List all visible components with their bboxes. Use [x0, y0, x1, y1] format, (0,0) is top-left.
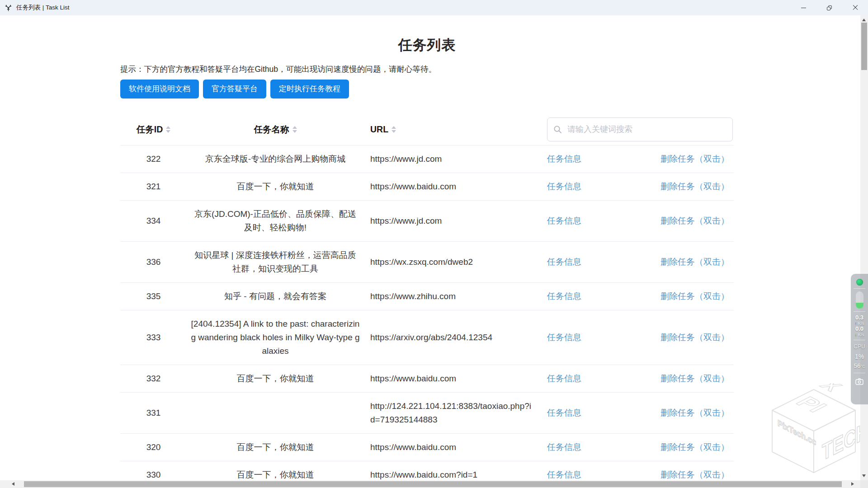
delete-task-link[interactable]: 删除任务（双击）: [660, 333, 729, 342]
task-info-link[interactable]: 任务信息: [547, 257, 581, 267]
task-info-link[interactable]: 任务信息: [547, 291, 581, 301]
tip-text: 提示：下方的官方教程和答疑平台均在Github，可能出现访问速度慢的问题，请耐心…: [120, 64, 734, 74]
app-window: 任务列表 | Task List 任务列表 提示：下方的官方教程和答疑平台均在G…: [0, 0, 868, 488]
sort-icon[interactable]: [292, 126, 297, 133]
table-row: 334 京东(JD.COM)-正品低价、品质保障、配送及时、轻松购物! http…: [120, 200, 734, 241]
delete-task-link[interactable]: 删除任务（双击）: [660, 216, 729, 225]
task-id: 336: [120, 249, 187, 276]
header-task-id[interactable]: 任务ID: [120, 123, 187, 136]
table-row: 321 百度一下，你就知道 https://www.baidu.com 任务信息…: [120, 173, 734, 200]
task-name: [187, 406, 364, 420]
delete-task-link[interactable]: 删除任务（双击）: [660, 374, 729, 383]
main-content: 任务列表 提示：下方的官方教程和答疑平台均在Github，可能出现访问速度慢的问…: [0, 15, 860, 480]
task-info-link[interactable]: 任务信息: [547, 333, 581, 342]
green-status-dot-icon: [856, 279, 863, 286]
close-button[interactable]: [842, 0, 868, 15]
upload-speed-value: 0.3: [855, 314, 863, 321]
window-title: 任务列表 | Task List: [16, 4, 70, 12]
minimize-icon: [801, 8, 806, 8]
sort-icon[interactable]: [392, 126, 396, 133]
table-row: 333 [2404.12354] A link to the past: cha…: [120, 310, 734, 365]
delete-task-link[interactable]: 删除任务（双击）: [660, 257, 729, 267]
maximize-button[interactable]: [816, 0, 842, 15]
delete-task-link[interactable]: 删除任务（双击）: [660, 154, 729, 164]
cpu-temp-unit: °C: [860, 364, 865, 369]
task-name: 京东全球版-专业的综合网上购物商城: [187, 145, 364, 173]
table-row: 331 http://124.221.104.121:8383/taoxiao.…: [120, 392, 734, 433]
task-id: 330: [120, 461, 187, 480]
header-task-name[interactable]: 任务名称: [187, 123, 364, 136]
download-speed-value: 0.0: [855, 326, 863, 332]
delete-task-link[interactable]: 删除任务（双击）: [660, 442, 729, 452]
task-id: 333: [120, 324, 187, 351]
task-info-link[interactable]: 任务信息: [547, 470, 581, 479]
header-url[interactable]: URL: [364, 124, 540, 135]
vertical-scroll-thumb[interactable]: [861, 23, 867, 70]
task-id: 335: [120, 283, 187, 310]
cpu-label: CPU: [854, 343, 865, 350]
task-name: 知识星球 | 深度连接铁杆粉丝，运营高品质社群，知识变现的工具: [187, 242, 364, 282]
scroll-up-icon[interactable]: [862, 19, 866, 21]
task-info-link[interactable]: 任务信息: [547, 408, 581, 418]
task-info-link[interactable]: 任务信息: [547, 216, 581, 225]
memory-gauge-icon: [856, 291, 863, 309]
horizontal-scroll-thumb[interactable]: [24, 481, 842, 487]
manual-doc-button[interactable]: 软件使用说明文档: [120, 80, 199, 99]
task-id: 331: [120, 399, 187, 427]
sort-icon[interactable]: [166, 126, 170, 133]
cpu-usage-value: 1%: [855, 352, 864, 361]
download-unit: K/s: [858, 332, 864, 337]
scrollbar-corner: [860, 480, 868, 488]
task-id: 321: [120, 173, 187, 200]
search-input[interactable]: [547, 117, 733, 141]
close-icon: [853, 5, 858, 10]
task-name: 百度一下，你就知道: [187, 365, 364, 392]
official-qa-button[interactable]: 官方答疑平台: [203, 80, 266, 99]
vertical-scrollbar[interactable]: [860, 15, 868, 480]
task-info-link[interactable]: 任务信息: [547, 154, 581, 164]
screenshot-camera-icon[interactable]: [855, 378, 863, 385]
page-title: 任务列表: [120, 38, 734, 53]
task-info-link[interactable]: 任务信息: [547, 442, 581, 452]
table-row: 335 知乎 - 有问题，就会有答案 https://www.zhihu.com…: [120, 282, 734, 310]
delete-task-link[interactable]: 删除任务（双击）: [660, 470, 729, 479]
system-monitor-widget[interactable]: 0.3 ↑ K/s 0.0 ↓ K/s CPU 1% 56°C: [851, 274, 868, 404]
horizontal-scrollbar[interactable]: [0, 480, 860, 488]
task-table: 任务ID 任务名称 URL: [120, 114, 734, 480]
task-url: https://www.baidu.com: [364, 434, 540, 461]
task-id: 334: [120, 207, 187, 235]
table-header: 任务ID 任务名称 URL: [120, 114, 734, 145]
task-name: 百度一下，你就知道: [187, 173, 364, 200]
scroll-down-icon[interactable]: [862, 474, 866, 477]
task-url: https://wx.zsxq.com/dweb2: [364, 249, 540, 276]
task-url: http://124.221.104.121:8383/taoxiao.php?…: [364, 393, 540, 433]
table-row: 336 知识星球 | 深度连接铁杆粉丝，运营高品质社群，知识变现的工具 http…: [120, 241, 734, 282]
task-info-link[interactable]: 任务信息: [547, 182, 581, 191]
delete-task-link[interactable]: 删除任务（双击）: [660, 408, 729, 418]
restore-icon: [827, 5, 832, 10]
task-name: 知乎 - 有问题，就会有答案: [187, 283, 364, 310]
task-url: https://www.zhihu.com: [364, 283, 540, 310]
delete-task-link[interactable]: 删除任务（双击）: [660, 182, 729, 191]
task-id: 320: [120, 434, 187, 461]
task-info-link[interactable]: 任务信息: [547, 374, 581, 383]
task-name: 百度一下，你就知道: [187, 434, 364, 461]
table-row: 330 百度一下，你就知道 https://www.baidu.com?id=1…: [120, 461, 734, 480]
task-url: https://www.baidu.com: [364, 173, 540, 200]
task-id: 332: [120, 365, 187, 392]
app-antler-icon: [5, 4, 12, 12]
scroll-right-icon[interactable]: [851, 482, 854, 486]
delete-task-link[interactable]: 删除任务（双击）: [660, 291, 729, 301]
cpu-temp-value: 56: [854, 362, 860, 369]
task-name: 京东(JD.COM)-正品低价、品质保障、配送及时、轻松购物!: [187, 201, 364, 241]
task-name: 百度一下，你就知道: [187, 461, 364, 480]
table-row: 332 百度一下，你就知道 https://www.baidu.com 任务信息…: [120, 365, 734, 392]
minimize-button[interactable]: [791, 0, 816, 15]
table-row: 322 京东全球版-专业的综合网上购物商城 https://www.jd.com…: [120, 145, 734, 173]
scroll-left-icon[interactable]: [12, 482, 14, 486]
doc-button-row: 软件使用说明文档 官方答疑平台 定时执行任务教程: [120, 80, 734, 99]
window-controls: [791, 0, 868, 15]
task-url: https://www.baidu.com: [364, 365, 540, 392]
table-row: 320 百度一下，你就知道 https://www.baidu.com 任务信息…: [120, 433, 734, 461]
schedule-tutorial-button[interactable]: 定时执行任务教程: [270, 80, 349, 99]
